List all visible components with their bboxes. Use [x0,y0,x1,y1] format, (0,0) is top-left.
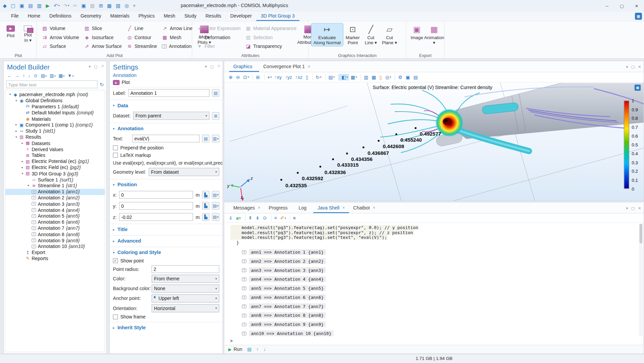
add-line-button[interactable]: ╱Line [125,24,159,33]
print-button[interactable]: ▤ [412,74,420,80]
label-input[interactable] [128,89,210,97]
show-last-command-button[interactable]: ⊙ [262,215,268,221]
run-button[interactable]: ▶ Run [229,347,242,352]
console-scrollbar[interactable] [639,224,643,336]
menu-study[interactable]: Study [180,11,201,21]
tree-item[interactable]: ▾ ▥ Results [5,134,105,140]
shell-prompt[interactable]: > [230,338,233,344]
tree-item[interactable]: ▱ Surface 1 {surf1} [5,176,105,183]
deformation-button[interactable]: ≈Deformation [195,33,243,42]
add-volume-button[interactable]: ▧Volume [40,24,81,33]
point-radius-input[interactable] [152,265,219,273]
close-panel-icon[interactable]: ✕ [638,206,641,210]
tree-item[interactable]: ▾ ◆ pacemaker_electrode.mph (root) [5,91,105,97]
coloring-section-header[interactable]: ▾Coloring and Style [110,247,223,257]
tree-chevron-icon[interactable]: ▸ [20,142,25,145]
go-to-source-button[interactable]: ⊞ [212,112,219,120]
material-appearance-button[interactable]: ▦Material Appearance [243,24,299,33]
range-button[interactable]: ▙ [202,202,210,210]
tab-chatbot[interactable]: Chatbot✕ [349,202,379,213]
range-button[interactable]: ▙ [202,191,210,199]
tree-item[interactable]: ▾ ▧ 3D Plot Group 3 {pg3} [5,170,105,176]
orthographic-projection-button[interactable]: ▯ [304,74,310,80]
tree-item[interactable]: ▸ ≋ Streamline 1 {str1} [5,183,105,189]
panel-menu-icon[interactable]: ▾ [205,64,207,68]
position-x-input[interactable] [119,191,193,199]
cut-button[interactable]: ✂ [72,2,79,9]
wireframe-rendering-button[interactable]: ▥ [360,74,370,80]
minimize-button[interactable]: ─ [600,0,615,11]
menu-results[interactable]: Results [201,11,225,21]
close-panel-icon[interactable]: ✕ [638,65,641,69]
tree-item[interactable]: ⊞ Tables [5,152,105,158]
plot-button[interactable]: ▶ Plot [2,23,19,39]
clear-console-button[interactable]: ✐▾ [279,215,287,221]
save-button[interactable]: ▤ [27,2,34,9]
panel-menu-icon[interactable]: ▾ [626,206,628,210]
evaluate-along-normal-button[interactable]: ↦EvaluateAlong Normal [311,23,343,46]
tree-item[interactable]: T Annotation 1 {ann1} [5,189,105,195]
plot-in-window-icon[interactable]: ▦ [635,85,641,91]
scene-light-button[interactable]: ▤▾ [325,74,336,80]
copy-button[interactable]: ▣ [80,2,87,9]
geometry-level-select[interactable]: From dataset▾ [149,168,219,176]
paste-button[interactable]: ▧ [89,2,96,9]
back-button[interactable]: ← [6,73,13,79]
tree-item[interactable]: T Annotation 8 {ann8} [5,231,105,237]
save-as-button[interactable]: ▥ [36,2,43,9]
position-y-input[interactable] [119,202,193,210]
panel-menu-icon[interactable]: ▾ [626,65,628,69]
close-tab-icon[interactable]: ✕ [307,65,310,68]
close-tab-icon[interactable]: ✕ [342,206,345,210]
new-file-button[interactable]: ▢ [9,2,17,9]
prepend-position-checkbox[interactable] [113,145,118,150]
qat-more-button[interactable]: ▾ [132,2,137,9]
background-color-select[interactable]: None▾ [152,284,219,292]
tab-java-shell[interactable]: Java Shell✕ [314,202,349,213]
view-yz-button[interactable]: ↑yz [284,74,294,80]
save-console-output-button[interactable]: ⇓ [227,215,234,221]
filter-button[interactable]: ▼Filter [195,42,243,51]
java-shell-output[interactable]: model.result("pg3").feature(tag).set("po… [225,223,639,337]
zoom-box-button[interactable]: ⊡▾ [242,74,250,80]
expression-menu-button[interactable]: ▥▾ [212,135,219,142]
tree-filter-input[interactable] [6,80,98,88]
export-image-button[interactable]: ▣Image [409,23,425,41]
history-up-button[interactable]: ↑ [257,347,259,352]
menu-file[interactable]: File [6,11,23,21]
show-plot-settings-button[interactable]: ◧▾ [338,74,349,80]
open-file-button[interactable]: ▣ [18,2,26,9]
insert-expression-button[interactable]: ▤ [202,135,210,142]
tree-chevron-icon[interactable]: ▸ [14,130,18,133]
selection-button[interactable]: ▨Selection [243,33,299,42]
tree-item[interactable]: T Annotation 5 {ann5} [5,213,105,219]
add-isosurface-button[interactable]: ◈Isosurface [82,33,124,42]
transparency-button[interactable]: ◪Transparency [243,42,299,51]
menu-definitions[interactable]: Definitions [45,11,76,21]
tree-item[interactable]: T Annotation 2 {ann2} [5,195,105,201]
add-arrow-surface-button[interactable]: ⇗Arrow Surface [82,42,124,51]
inherit-style-section-header[interactable]: ▸Inherit Style [110,322,223,332]
find-button[interactable]: ◎ [124,2,131,9]
float-panel-icon[interactable]: ▢ [210,64,214,68]
menu-developer[interactable]: Developer [226,11,257,21]
tab-graphics[interactable]: Graphics [229,61,259,72]
environment-reflections-button[interactable]: ▦▾ [349,74,358,80]
tree-item[interactable]: Pi Parameters 1 {default} [5,104,105,110]
delete-button[interactable]: ▦ [106,2,113,9]
show-frame-checkbox[interactable] [113,314,118,319]
tree-item[interactable]: ▸ ▦ Datasets [5,140,105,146]
tree-item[interactable]: ⇄ Default Model Inputs {cminpt} [5,110,105,116]
scroll-down-button[interactable]: ⇟ [254,215,261,221]
wrap-lines-button[interactable]: ≡ [271,215,279,221]
float-panel-icon[interactable]: ▢ [94,64,97,68]
tree-chevron-icon[interactable]: ▾ [20,172,25,175]
close-button[interactable]: ✕ [629,0,644,11]
add-slice-button[interactable]: ▥Slice [82,24,124,33]
tree-item[interactable]: T Annotation 6 {ann6} [5,219,105,225]
model-tree-filter-button[interactable]: ▼▾ [66,73,75,79]
orientation-select[interactable]: Horizontal▾ [152,304,219,312]
marker-point-button[interactable]: ⊡MarkerPoint [344,23,362,46]
clip-planes-button[interactable]: ▯ [378,74,383,80]
graphics-viewport[interactable]: Surface: Electric potential (V) Streamli… [224,83,643,201]
